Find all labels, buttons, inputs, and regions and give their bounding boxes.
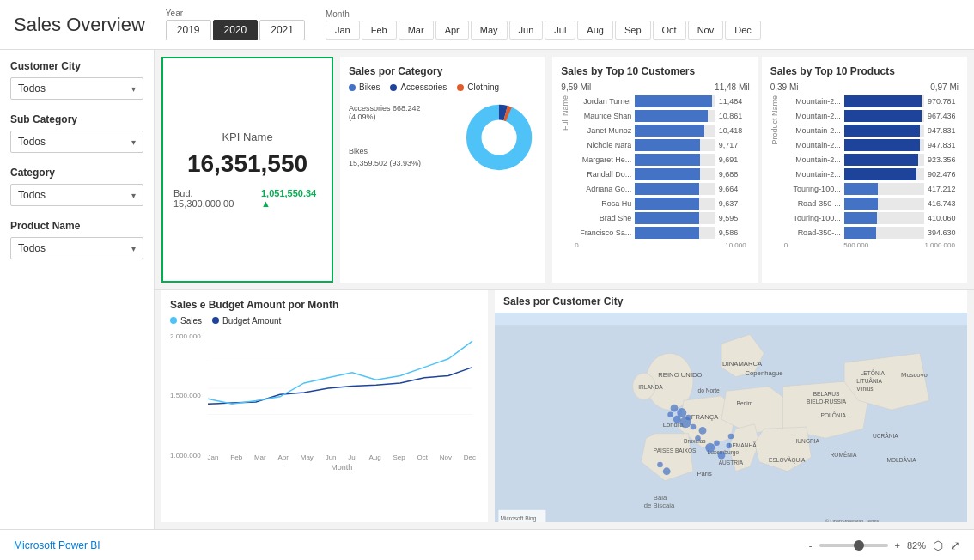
line-chart-title: Sales e Budget Amount por Month [170,299,479,311]
map-title: Sales por Customer City [495,290,967,313]
svg-point-58 [727,442,733,448]
svg-text:POLÔNIA: POLÔNIA [821,411,847,418]
filter-select[interactable]: Todos ▾ [10,237,143,259]
legend-item-clothing: Clothing [457,82,499,92]
x-tick: Feb [230,453,242,461]
month-btn-apr[interactable]: Apr [435,21,469,40]
kpi-budget-label: Bud. 15,300,000.00 [173,188,247,209]
sidebar-filter-category: Category Todos ▾ [10,167,143,206]
month-btn-may[interactable]: May [471,21,508,40]
x-tick: Jan [208,453,219,461]
legend-dot [349,84,356,91]
month-filter-buttons: JanFebMarAprMayJunJulAugSepOctNovDec [326,21,761,40]
zoom-minus[interactable]: - [809,540,813,551]
table-row: Jordan Turner 11,484 [571,95,749,107]
power-bi-link[interactable]: Microsoft Power BI [14,539,100,551]
products-bars: Product Name Mountain-2... 970.781 Mount… [770,95,959,249]
table-row: Janet Munoz 10,418 [571,125,749,137]
x-axis-label: Month [204,463,479,472]
svg-text:DINAMARCA: DINAMARCA [722,359,763,367]
month-btn-dec[interactable]: Dec [725,21,761,40]
chevron-down-icon: ▾ [131,244,136,253]
year-filter-group: Year 201920202021 [166,9,305,40]
customers-bars-area: Jordan Turner 11,484 Maurice Shan 10,861… [571,95,749,249]
year-btn-2021[interactable]: 2021 [259,20,305,40]
svg-text:LEMANHÃ: LEMANHÃ [729,441,757,448]
svg-text:UCRÂNIA: UCRÂNIA [873,432,898,439]
filter-select[interactable]: Todos ▾ [10,184,143,206]
zoom-plus[interactable]: + [895,540,900,551]
month-btn-aug[interactable]: Aug [577,21,613,40]
y-tick: 2.000.000 [170,332,201,340]
month-btn-jan[interactable]: Jan [326,21,360,40]
kpi-delta: 1,051,550.34 ▲ [261,188,321,209]
category-title: Sales por Category [349,65,537,77]
y-tick: 1.500.000 [170,392,201,399]
legend-dot [170,317,177,324]
map-container: Baia de Biscaia REINO UNIDO IRLANDA FRAN… [495,313,967,523]
svg-point-55 [714,440,720,446]
svg-text:HUNGRIA: HUNGRIA [794,437,820,443]
year-btn-2019[interactable]: 2019 [166,20,211,40]
zoom-slider[interactable] [819,544,888,547]
x-tick: Mar [254,453,266,461]
legend-dot [212,317,219,324]
share-icon[interactable]: ⬡ [933,539,943,552]
svg-point-48 [667,411,673,417]
svg-text:ESLOVÀQUIA: ESLOVÀQUIA [769,455,806,463]
month-btn-nov[interactable]: Nov [688,21,724,40]
svg-text:ÁUSTRIA: ÁUSTRIA [719,459,744,466]
svg-point-57 [728,433,734,439]
svg-text:PAISES BAIXOS: PAISES BAIXOS [654,447,697,453]
svg-point-59 [657,461,663,467]
svg-text:IRLANDA: IRLANDA [638,384,663,390]
x-tick: May [301,453,314,461]
svg-point-49 [673,415,681,423]
footer-right: - + 82% ⬡ ⤢ [809,539,960,552]
table-row: Nichole Nara 9,717 [571,139,749,151]
filter-select[interactable]: Todos ▾ [10,77,143,100]
expand-icon[interactable]: ⤢ [950,539,960,552]
zoom-level: 82% [907,540,926,551]
legend-dot [390,84,397,91]
chevron-down-icon: ▾ [131,84,136,94]
filter-select[interactable]: Todos ▾ [10,131,143,153]
products-panel: Sales by Top 10 Products 0,39 Mi 0,97 Mi… [762,57,967,283]
products-range: 0,39 Mi 0,97 Mi [770,82,959,92]
filter-label: Product Name [10,220,143,232]
up-arrow-icon: ▲ [261,198,271,209]
month-btn-sep[interactable]: Sep [615,21,651,40]
month-btn-jun[interactable]: Jun [509,21,544,40]
products-axis-label: Product Name [770,95,779,145]
table-row: Francisco Sa... 9,586 [571,227,749,239]
svg-text:Bruxelas: Bruxelas [684,437,706,443]
x-tick: Jul [348,453,356,461]
kpi-budget: Bud. 15,300,000.00 1,051,550.34 ▲ [173,188,321,209]
month-btn-feb[interactable]: Feb [362,21,397,40]
kpi-title: KPI Name [222,131,272,143]
month-filter-label: Month [326,9,761,19]
x-tick: Aug [368,453,380,461]
svg-point-51 [691,423,697,429]
month-btn-jul[interactable]: Jul [545,21,575,40]
svg-text:LETÔNIA: LETÔNIA [861,368,886,375]
page-title: Sales Overview [14,14,145,36]
month-btn-mar[interactable]: Mar [399,21,434,40]
year-btn-2020[interactable]: 2020 [213,20,259,40]
filter-label: Customer City [10,60,143,72]
svg-point-60 [663,467,671,475]
customers-range: 9,59 Mil 11,48 Mil [561,82,749,92]
x-tick: Apr [277,453,288,461]
table-row: Randall Do... 9,688 [571,168,749,180]
month-btn-oct[interactable]: Oct [653,21,686,40]
svg-text:Berlim: Berlim [737,399,753,405]
table-row: Margaret He... 9,691 [571,154,749,166]
sidebar-filter-customer-city: Customer City Todos ▾ [10,60,143,100]
svg-point-50 [680,416,691,427]
filter-label: Category [10,167,143,179]
svg-text:LITUÂNIA: LITUÂNIA [856,377,882,384]
x-axis-ticks: JanFebMarAprMayJunJulAugSepOctNovDec [204,453,479,461]
table-row: Adriana Go... 9,664 [571,183,749,195]
svg-text:MOLDÀVIA: MOLDÀVIA [887,455,917,462]
svg-point-54 [705,442,715,452]
